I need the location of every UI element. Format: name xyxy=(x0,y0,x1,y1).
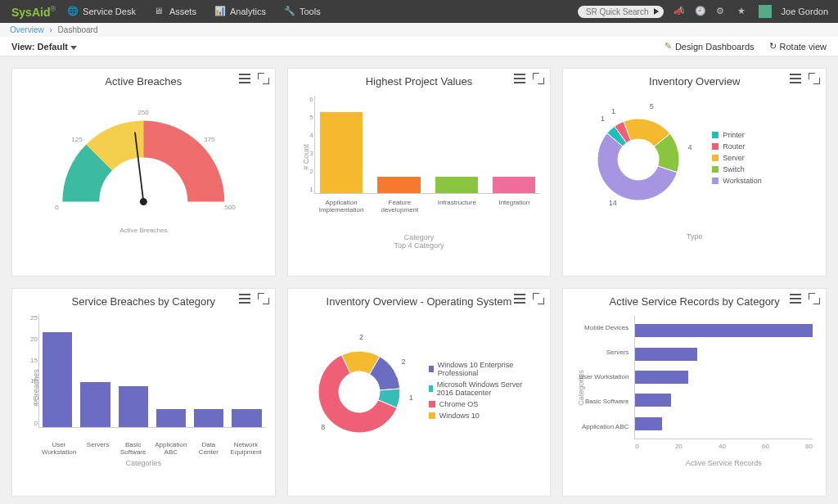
search-input[interactable]: SR Quick Search xyxy=(578,6,664,18)
bar xyxy=(80,382,110,427)
chevron-down-icon xyxy=(70,46,77,50)
svg-text:1: 1 xyxy=(601,115,605,123)
refresh-icon: ↻ xyxy=(769,41,777,52)
chart-subtitle: Top 4 Category xyxy=(290,241,549,250)
svg-text:2: 2 xyxy=(359,333,363,341)
bar xyxy=(635,417,661,430)
bar xyxy=(194,409,223,427)
wrench-icon: 🔧 xyxy=(284,6,295,17)
panel-menu-icon[interactable] xyxy=(790,74,801,83)
bar xyxy=(635,371,688,384)
donut-chart: 2182 xyxy=(290,322,429,461)
gear-icon[interactable]: ⚙ xyxy=(716,6,728,17)
nav-service-desk[interactable]: 🌐Service Desk xyxy=(67,6,136,17)
bar xyxy=(635,348,697,361)
crumb-dashboard[interactable]: Dashboard xyxy=(58,25,98,34)
crumb-sep: › xyxy=(46,25,55,34)
svg-text:1: 1 xyxy=(408,394,412,402)
svg-text:8: 8 xyxy=(321,423,325,431)
megaphone-icon[interactable]: 📣 xyxy=(674,6,685,17)
donut-chart: 115414 xyxy=(565,90,712,229)
panel-active-service-records: Active Service Records by Category Categ… xyxy=(562,288,827,497)
panel-service-breaches: Service Breaches by Category # Breaches … xyxy=(11,288,276,497)
svg-text:2: 2 xyxy=(401,357,405,365)
bar xyxy=(119,386,148,427)
panel-highest-project-values: Highest Project Values # Count 123456 Ap… xyxy=(287,68,552,277)
expand-icon[interactable] xyxy=(809,294,819,304)
monitor-icon: 🖥 xyxy=(154,6,165,17)
bar xyxy=(232,409,261,427)
bar xyxy=(320,112,363,193)
svg-point-1 xyxy=(139,197,147,205)
svg-text:500: 500 xyxy=(224,204,236,211)
bar xyxy=(635,324,813,337)
expand-icon[interactable] xyxy=(259,294,268,304)
svg-text:0: 0 xyxy=(55,204,59,211)
bar xyxy=(635,394,670,407)
svg-text:5: 5 xyxy=(650,102,654,110)
breadcrumb: Overview › Dashboard xyxy=(0,23,838,37)
panel-title: Active Breaches xyxy=(14,75,273,88)
panel-inventory-os: Inventory Overview - Operating System 21… xyxy=(287,288,552,497)
svg-text:14: 14 xyxy=(609,198,617,206)
panel-inventory-overview: Inventory Overview 115414 PrinterRouterS… xyxy=(562,68,827,277)
panel-menu-icon[interactable] xyxy=(790,294,801,304)
bar xyxy=(377,177,420,193)
bar xyxy=(43,332,72,427)
gauge-chart: 0 125 250 375 500 Active Breaches xyxy=(14,88,273,235)
svg-text:4: 4 xyxy=(688,143,692,151)
panel-title: Service Breaches by Category xyxy=(14,295,273,308)
panel-menu-icon[interactable] xyxy=(239,294,250,304)
crumb-overview[interactable]: Overview xyxy=(10,25,44,34)
panel-active-breaches: Active Breaches 0 125 250 375 500 Active xyxy=(11,68,276,277)
clock-icon[interactable]: 🕘 xyxy=(695,6,706,17)
dashboard-toolbar: View: Default ✎Design Dashboards ↻Rotate… xyxy=(0,37,838,56)
svg-text:250: 250 xyxy=(137,109,149,116)
svg-text:375: 375 xyxy=(204,136,215,143)
logo[interactable]: SysAid® xyxy=(0,5,67,19)
chart-legend: PrinterRouterServerSwitchWorkstation xyxy=(712,131,761,188)
search-placeholder: SR Quick Search xyxy=(586,7,649,16)
expand-icon[interactable] xyxy=(534,294,543,304)
panel-title: Highest Project Values xyxy=(290,75,549,88)
nav-analytics[interactable]: 📊Analytics xyxy=(214,6,266,17)
nav-assets[interactable]: 🖥Assets xyxy=(154,6,196,17)
chart-icon: 📊 xyxy=(214,6,226,17)
svg-text:125: 125 xyxy=(71,136,83,143)
svg-text:1: 1 xyxy=(611,106,615,115)
svg-text:Active Breaches: Active Breaches xyxy=(119,227,167,234)
pencil-icon: ✎ xyxy=(665,41,672,52)
user-name[interactable]: Joe Gordon xyxy=(782,7,828,16)
top-nav: SysAid® 🌐Service Desk 🖥Assets 📊Analytics… xyxy=(0,0,838,23)
bar xyxy=(493,177,535,193)
panel-title: Inventory Overview xyxy=(565,75,824,88)
panel-menu-icon[interactable] xyxy=(514,74,525,83)
bar xyxy=(435,177,478,193)
nav-tools[interactable]: 🔧Tools xyxy=(284,6,321,17)
expand-icon[interactable] xyxy=(259,74,268,83)
bar xyxy=(156,409,186,427)
panel-title: Active Service Records by Category xyxy=(565,295,824,308)
expand-icon[interactable] xyxy=(534,74,543,83)
panel-title: Inventory Overview - Operating System xyxy=(290,295,549,308)
globe-icon: 🌐 xyxy=(67,6,79,17)
star-icon[interactable]: ★ xyxy=(737,6,749,17)
expand-icon[interactable] xyxy=(809,74,819,83)
panels-grid: Active Breaches 0 125 250 375 500 Active xyxy=(0,56,838,504)
design-dashboards-button[interactable]: ✎Design Dashboards xyxy=(665,41,755,52)
view-selector[interactable]: View: Default xyxy=(11,42,77,52)
rotate-view-button[interactable]: ↻Rotate view xyxy=(769,41,827,52)
panel-menu-icon[interactable] xyxy=(239,74,250,83)
x-axis-label: Categories xyxy=(14,459,273,467)
chart-subtitle: Type xyxy=(565,232,824,241)
x-axis-label: Active Service Records xyxy=(634,459,813,467)
x-axis-label: Category xyxy=(290,233,549,241)
search-go-icon[interactable] xyxy=(654,8,659,15)
panel-menu-icon[interactable] xyxy=(514,294,525,304)
chart-legend: Windows 10 Enterprise ProfessionalMicros… xyxy=(429,361,527,423)
avatar[interactable] xyxy=(759,5,772,18)
